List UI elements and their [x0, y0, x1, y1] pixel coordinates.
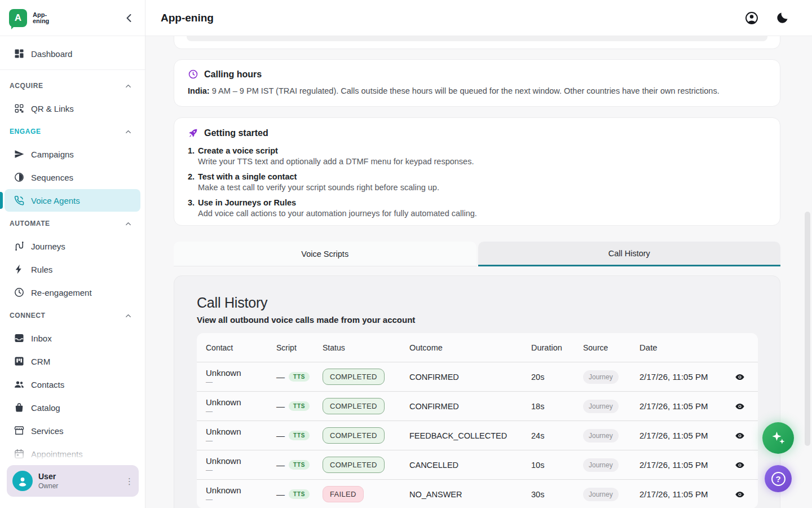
route-icon — [14, 240, 25, 252]
source-cell: Journey — [574, 458, 630, 472]
send-icon — [14, 148, 25, 160]
table-row: Unknown — — TTS COMPLETED CANCELLED 10s … — [197, 450, 758, 479]
sidebar-item-re-engagement[interactable]: Re-engagement — [5, 281, 140, 304]
date-cell: 2/17/26, 11:05 PM — [630, 431, 721, 440]
source-pill: Journey — [583, 488, 619, 501]
status-badge: COMPLETED — [323, 457, 385, 473]
sidebar-item-services[interactable]: Services — [5, 419, 140, 442]
dark-mode-button[interactable] — [775, 11, 789, 25]
sidebar-item-rules[interactable]: Rules — [5, 258, 140, 281]
people-icon — [14, 379, 25, 390]
chevron-up-icon — [124, 312, 133, 320]
sidebar-item-sequences[interactable]: Sequences — [5, 166, 140, 189]
column-header-date: Date — [630, 343, 721, 352]
duration-cell: 20s — [522, 373, 574, 382]
sidebar-item-crm[interactable]: CRM — [5, 350, 140, 373]
calling-hours-body: 9 AM – 9 PM IST (TRAI regulated). Calls … — [210, 86, 720, 95]
sidebar-item-qr-links[interactable]: QR & Links — [5, 97, 140, 120]
storefront-icon — [14, 425, 25, 436]
sidebar-item-label: Appointments — [31, 449, 83, 459]
section-acquire[interactable]: ACQUIRE — [0, 75, 145, 97]
step-description: Make a test call to verify your script s… — [198, 183, 439, 192]
sidebar-header: A App- ening — [0, 0, 145, 36]
user-menu-button[interactable]: ⋮ — [125, 478, 133, 485]
getting-started-card: Getting started 1. Create a voice script… — [174, 117, 780, 226]
moon-icon — [775, 11, 789, 25]
column-header-script: Script — [267, 343, 314, 352]
column-header-status: Status — [314, 343, 400, 352]
status-cell: COMPLETED — [314, 369, 400, 385]
account-button[interactable] — [744, 11, 759, 25]
duration-cell: 30s — [522, 490, 574, 499]
sidebar-item-journeys[interactable]: Journeys — [5, 235, 140, 257]
section-automate[interactable]: AUTOMATE — [0, 212, 145, 235]
outcome-cell: FEEDBACK_COLLECTED — [400, 431, 522, 440]
contact-name: Unknown — [206, 368, 267, 378]
outcome-cell: NO_ANSWER — [400, 490, 522, 499]
sidebar-item-contacts[interactable]: Contacts — [5, 373, 140, 396]
user-role: Owner — [38, 482, 58, 490]
calling-hours-header: Calling hours — [188, 69, 766, 80]
eye-icon — [733, 431, 747, 441]
script-value: — — [276, 460, 285, 470]
contact-sub: — — [206, 437, 267, 445]
section-engage[interactable]: ENGAGE — [0, 120, 145, 143]
actions-cell — [721, 401, 758, 411]
view-call-button[interactable] — [733, 401, 747, 411]
sidebar-item-voice-agents[interactable]: Voice Agents — [5, 189, 140, 212]
qr-code-icon — [14, 103, 25, 114]
sidebar-item-dashboard[interactable]: Dashboard — [5, 42, 140, 65]
duration-cell: 10s — [522, 461, 574, 470]
user-card[interactable]: User Owner ⋮ — [7, 465, 139, 497]
clipped-card-bar — [187, 36, 767, 41]
tts-badge: TTS — [289, 372, 310, 382]
call-history-panel: Call History View all outbound voice cal… — [174, 275, 780, 508]
sidebar-item-label: Contacts — [31, 380, 64, 389]
step-title: Use in Journeys or Rules — [198, 198, 477, 207]
contact-sub: — — [206, 378, 267, 386]
sidebar-item-campaigns[interactable]: Campaigns — [5, 143, 140, 165]
lightning-icon — [14, 264, 25, 275]
scrollbar-thumb[interactable] — [805, 212, 810, 446]
source-cell: Journey — [574, 429, 630, 443]
user-meta: User Owner — [38, 472, 58, 490]
contact-cell: Unknown — — [197, 368, 267, 386]
sidebar-item-appointments[interactable]: Appointments — [5, 443, 140, 465]
step-body: Test with a single contact Make a test c… — [198, 172, 439, 192]
help-button[interactable]: ? — [765, 465, 792, 492]
collapse-sidebar-button[interactable] — [122, 11, 136, 25]
sidebar-item-label: Services — [31, 426, 64, 436]
tab-call-history[interactable]: Call History — [478, 242, 781, 266]
tab-list: Voice Scripts Call History — [174, 242, 780, 266]
sidebar-item-label: Dashboard — [31, 49, 72, 59]
shopping-bag-icon — [14, 402, 25, 413]
logo-text: App- ening — [33, 12, 49, 24]
contact-name: Unknown — [206, 427, 267, 436]
section-connect[interactable]: CONNECT — [0, 304, 145, 327]
clipped-top-card — [174, 36, 780, 49]
view-call-button[interactable] — [733, 431, 747, 441]
step-item: 2. Test with a single contact Make a tes… — [188, 172, 766, 192]
sidebar-item-catalog[interactable]: Catalog — [5, 396, 140, 419]
view-call-button[interactable] — [733, 489, 747, 500]
tab-voice-scripts[interactable]: Voice Scripts — [174, 242, 476, 266]
sidebar-item-inbox[interactable]: Inbox — [5, 327, 140, 349]
sidebar: A App- ening Dashboard ACQUIRE QR & Link… — [0, 0, 145, 508]
step-number: 3. — [188, 198, 198, 218]
view-call-button[interactable] — [733, 372, 747, 382]
table-row: Unknown — — TTS COMPLETED FEEDBACK_COLLE… — [197, 421, 758, 450]
contact-cell: Unknown — — [197, 427, 267, 445]
call-history-subtitle: View all outbound voice calls made from … — [197, 315, 757, 325]
tts-badge: TTS — [289, 401, 310, 411]
date-cell: 2/17/26, 11:05 PM — [630, 372, 721, 382]
getting-started-steps: 1. Create a voice script Write your TTS … — [188, 146, 766, 218]
ai-assistant-button[interactable] — [762, 422, 794, 454]
clock-icon — [188, 69, 198, 80]
chevron-up-icon — [124, 82, 133, 90]
view-call-button[interactable] — [733, 460, 747, 470]
section-label: CONNECT — [10, 312, 46, 319]
outcome-cell: CONFIRMED — [400, 402, 522, 411]
eye-icon — [733, 460, 747, 470]
section-label: ACQUIRE — [10, 82, 43, 90]
step-body: Create a voice script Write your TTS tex… — [198, 146, 474, 166]
